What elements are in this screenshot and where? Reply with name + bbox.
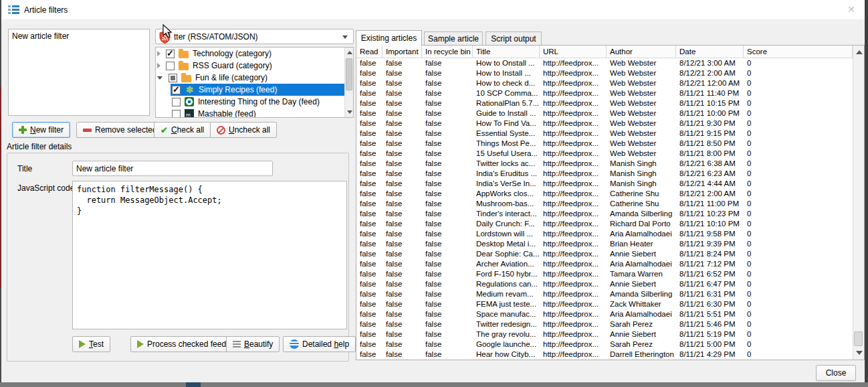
collapsed-expander-icon[interactable] bbox=[157, 63, 160, 68]
table-cell: false bbox=[356, 98, 383, 108]
table-row[interactable]: falsefalsefalseHow to Install ...http://… bbox=[356, 68, 853, 78]
column-header-read[interactable]: Read bbox=[356, 46, 383, 58]
tab-script-output[interactable]: Script output bbox=[485, 31, 542, 46]
title-input[interactable] bbox=[72, 161, 273, 176]
checkbox-unchecked[interactable] bbox=[172, 110, 181, 119]
table-row[interactable]: falsefalsefalseFEMA just teste...http://… bbox=[356, 299, 853, 309]
process-checked-feeds-button[interactable]: Process checked feeds bbox=[130, 336, 237, 352]
table-row[interactable]: falsefalsefalseHow To Find Va...http://f… bbox=[356, 119, 853, 129]
javascript-code-editor[interactable]: function filterMessage() { return Messag… bbox=[72, 181, 347, 329]
table-cell: false bbox=[383, 229, 422, 239]
table-cell: 0 bbox=[744, 309, 853, 319]
table-row[interactable]: falsefalsefalseGuide to Install ...http:… bbox=[356, 108, 853, 119]
table-row[interactable]: falsefalsefalseIndia's Eruditus ...http:… bbox=[356, 169, 853, 179]
table-row[interactable]: falsefalsefalseLordstown will ...http://… bbox=[356, 229, 853, 239]
table-cell: false bbox=[356, 219, 383, 229]
table-row[interactable]: falsefalsefalseIndia's VerSe In...http:/… bbox=[356, 179, 853, 189]
column-header-author[interactable]: Author bbox=[607, 46, 676, 58]
tree-item[interactable]: Technology (category) bbox=[156, 48, 344, 60]
table-row[interactable]: falsefalsefalseAppWorks clos...http://fe… bbox=[356, 189, 853, 199]
column-header-title[interactable]: Title bbox=[473, 46, 540, 58]
column-header-important[interactable]: Important bbox=[383, 46, 422, 58]
uncheck-all-button[interactable]: Uncheck all bbox=[210, 122, 277, 138]
column-header-date[interactable]: Date bbox=[676, 46, 744, 58]
collapsed-expander-icon[interactable] bbox=[157, 51, 160, 56]
tree-item[interactable]: Interesting Thing of the Day (feed) bbox=[156, 96, 344, 108]
detailed-help-button[interactable]: Detailed help bbox=[283, 336, 356, 352]
table-row[interactable]: falsefalsefalseHow to Onstall ...http://… bbox=[356, 58, 853, 68]
table-row[interactable]: falsefalsefalseThe gray revolu...http://… bbox=[356, 329, 853, 339]
table-row[interactable]: falsefalsefalseHear how Cityb...http://f… bbox=[356, 350, 853, 360]
table-cell: 0 bbox=[744, 179, 853, 189]
tree-item[interactable]: RSS Guard (category) bbox=[156, 60, 344, 72]
tree-item[interactable]: mMashable (feed) bbox=[156, 108, 344, 118]
new-filter-button[interactable]: New filter bbox=[12, 122, 70, 138]
account-dropdown[interactable]: tter (RSS/ATOM/JSON) bbox=[155, 29, 354, 44]
table-cell: false bbox=[383, 119, 422, 129]
table-row[interactable]: falsefalsefalse10 SCP Comma...http://fee… bbox=[356, 88, 853, 98]
scroll-down-icon[interactable] bbox=[856, 351, 863, 355]
table-cell: 0 bbox=[744, 329, 853, 339]
table-cell: 8/11/21 8:24 PM bbox=[676, 249, 744, 259]
test-button[interactable]: Test bbox=[72, 336, 110, 352]
column-header-url[interactable]: URL bbox=[540, 46, 607, 58]
table-row[interactable]: falsefalsefalseMedium revam...http://fee… bbox=[356, 289, 853, 299]
table-row[interactable]: falsefalsefalseTwitter redesign...http:/… bbox=[356, 319, 853, 329]
scroll-up-icon[interactable] bbox=[856, 50, 863, 54]
table-row[interactable]: falsefalsefalseRegulations can...http://… bbox=[356, 279, 853, 289]
close-button[interactable]: Close bbox=[816, 365, 856, 381]
table-row[interactable]: falsefalsefalseThings Most Pe...http://f… bbox=[356, 139, 853, 149]
checkbox-partial[interactable] bbox=[169, 74, 177, 82]
table-row[interactable]: falsefalsefalseSpace manufac...http://fe… bbox=[356, 309, 853, 319]
table-row[interactable]: falsefalsefalseTwitter locks ac...http:/… bbox=[356, 159, 853, 169]
table-cell: false bbox=[422, 350, 473, 360]
check-all-button[interactable]: ✔ Check all bbox=[154, 122, 211, 138]
table-cell: http://feedprox... bbox=[540, 269, 607, 279]
table-row[interactable]: falsefalsefalseRationalPlan 5.7...http:/… bbox=[356, 98, 853, 108]
feeds-tree[interactable]: Technology (category)RSS Guard (category… bbox=[155, 47, 354, 118]
table-row[interactable]: falsefalsefalseEssential Syste...http://… bbox=[356, 129, 853, 139]
beautify-button[interactable]: Beautify bbox=[226, 336, 280, 352]
table-row[interactable]: falsefalsefalseMushroom-bas...http://fee… bbox=[356, 199, 853, 209]
table-cell: http://feedprox... bbox=[540, 119, 607, 129]
tree-item[interactable]: ✽Simply Recipes (feed) bbox=[156, 84, 344, 96]
table-row[interactable]: falsefalsefalseHow to check d...http://f… bbox=[356, 78, 853, 88]
tab-sample-article[interactable]: Sample article bbox=[424, 31, 483, 46]
expanded-expander-icon[interactable] bbox=[157, 76, 162, 80]
table-cell: false bbox=[422, 209, 473, 219]
table-row[interactable]: falsefalsefalseDaily Crunch: F...http://… bbox=[356, 219, 853, 229]
tree-scrollbar[interactable] bbox=[344, 48, 353, 117]
minus-icon bbox=[83, 129, 92, 132]
table-row[interactable]: falsefalsefalseArcher Aviation...http://… bbox=[356, 259, 853, 269]
table-row[interactable]: falsefalsefalseGoogle launche...http://f… bbox=[356, 339, 853, 350]
checkbox-unchecked[interactable] bbox=[172, 98, 181, 106]
column-header-in-recycle-bin[interactable]: In recycle bin bbox=[422, 46, 473, 58]
table-row[interactable]: falsefalsefalseFord F-150 hybr...http://… bbox=[356, 269, 853, 279]
column-header-score[interactable]: Score bbox=[744, 46, 853, 58]
feeds-tree-items: Technology (category)RSS Guard (category… bbox=[156, 48, 344, 118]
filter-list[interactable]: New article filter bbox=[8, 29, 150, 116]
tree-scrollbar-thumb[interactable] bbox=[346, 58, 352, 90]
title-bar[interactable]: Article filters ✕ bbox=[1, 0, 865, 20]
itotd-icon bbox=[185, 97, 194, 106]
table-scrollbar[interactable] bbox=[853, 46, 864, 360]
scroll-up-icon[interactable] bbox=[347, 51, 352, 54]
table-cell: 8/12/21 12:00 AM bbox=[676, 78, 744, 88]
table-cell: 0 bbox=[744, 259, 853, 269]
tree-item[interactable]: Fun & life (category) bbox=[156, 72, 344, 84]
scroll-down-icon[interactable] bbox=[347, 110, 352, 114]
checkbox-unchecked[interactable] bbox=[166, 62, 175, 70]
table-scrollbar-thumb[interactable] bbox=[854, 331, 863, 346]
table-row[interactable]: falsefalsefalseTinder's interact...http:… bbox=[356, 209, 853, 219]
table-row[interactable]: falsefalsefalse15 Useful Usera...http://… bbox=[356, 149, 853, 159]
close-icon[interactable]: ✕ bbox=[847, 4, 855, 15]
filter-list-item[interactable]: New article filter bbox=[9, 29, 149, 43]
checkbox-checked[interactable] bbox=[166, 50, 175, 58]
checkbox-checked[interactable] bbox=[172, 86, 181, 94]
tab-existing-articles[interactable]: Existing articles bbox=[356, 30, 422, 46]
javascript-code-text[interactable]: function filterMessage() { return Messag… bbox=[73, 181, 346, 219]
table-cell: Google launche... bbox=[473, 339, 540, 350]
remove-selected-button[interactable]: Remove selected bbox=[76, 122, 164, 138]
table-row[interactable]: falsefalsefalseDear Sophie: Ca...http://… bbox=[356, 249, 853, 259]
table-row[interactable]: falsefalsefalseDesktop Metal i...http://… bbox=[356, 239, 853, 249]
